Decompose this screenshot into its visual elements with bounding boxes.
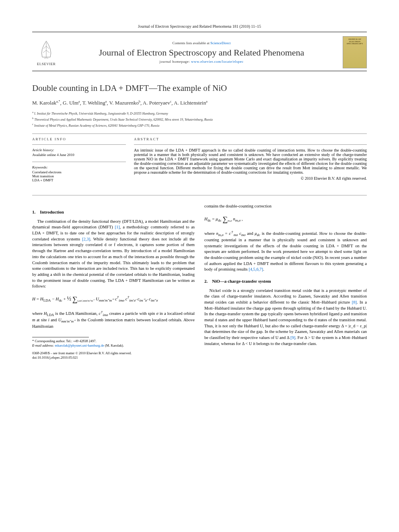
intro-paragraph-1: The combination of the density functiona… <box>32 219 195 290</box>
keywords-block: Keywords: Correlated electrons Mott tran… <box>32 165 126 182</box>
left-column: 1. Introduction The combination of the d… <box>32 203 195 360</box>
article-history-block: Article history: Available online 4 June… <box>32 148 126 157</box>
intro-paragraph-2: where HLDA is the LDA Hamiltonian, c†imσ… <box>32 309 195 330</box>
section-2-heading: 2. NiO—a charge-transfer system <box>204 278 367 284</box>
citation-link[interactable]: [4,5,6,7] <box>249 267 263 271</box>
affiliation-c: c Institute of Metal Physics, Russian Ac… <box>32 122 367 128</box>
corresponding-author-footnote: * Corresponding author. Tel.: +49 42838 … <box>32 339 195 348</box>
citation-link[interactable]: [8] <box>352 300 357 304</box>
journal-title: Journal of Electron Spectroscopy and Rel… <box>64 47 339 58</box>
body-two-column: 1. Introduction The combination of the d… <box>32 203 367 360</box>
article-info-label: article info <box>32 137 126 141</box>
keyword: Correlated electrons <box>32 170 126 174</box>
elsevier-tree-icon <box>36 39 56 61</box>
contents-prefix: Contents lists available at <box>173 41 210 45</box>
abstract-copyright: © 2010 Elsevier B.V. All rights reserved… <box>134 176 367 181</box>
affiliation-b: b Theoretical Physics and Applied Mathem… <box>32 116 367 122</box>
equation-hamiltonian: H = HLDA − Hdc + ½ ∑i,σσ′,mm′m″m‴ Umm′m″… <box>32 294 195 304</box>
doi-line: doi:10.1016/j.elspec.2010.05.021 <box>32 355 195 360</box>
publisher-name: ELSEVIER <box>37 62 56 66</box>
col2-lead: contains the double-counting correction <box>204 203 367 210</box>
email-link[interactable]: mkarolak@physnet.uni-hamburg.de <box>55 343 104 347</box>
journal-center-block: Contents lists available at ScienceDirec… <box>60 41 343 64</box>
keyword: Mott transition <box>32 174 126 178</box>
citation-link[interactable]: [2,3] <box>82 237 90 241</box>
affiliations-block: a I. Institut für Theoretische Physik, U… <box>32 110 367 128</box>
abstract-text: An intrinsic issue of the LDA + DMFT app… <box>134 148 367 175</box>
info-abstract-row: article info Article history: Available … <box>32 137 367 187</box>
corr-author-line: * Corresponding author. Tel.: +49 42838 … <box>32 339 195 343</box>
rule-above-abstract <box>32 134 367 134</box>
journal-cover-thumbnail: JOURNAL OF ELECTRON SPECTROSCOPY <box>343 36 367 68</box>
rule-top <box>32 32 367 32</box>
homepage-prefix: journal homepage: <box>160 60 191 64</box>
abstract-label: abstract <box>134 137 367 141</box>
equation-hdc: Hdc = μdc ∑m,σ nm,σ , <box>204 214 367 224</box>
front-matter-line: 0368-2048/$ – see front matter © 2010 El… <box>32 351 195 355</box>
citation-link[interactable]: [1] <box>115 225 120 229</box>
running-header: Journal of Electron Spectroscopy and Rel… <box>32 24 367 29</box>
article-title: Double counting in LDA + DMFT—The exampl… <box>32 83 367 93</box>
journal-homepage-link[interactable]: www.elsevier.com/locate/elspec <box>191 60 243 64</box>
author-list: M. Karolaka,*, G. Ulma, T. Wehlinga, V. … <box>32 100 367 106</box>
history-heading: Article history: <box>32 148 126 152</box>
abstract-column: abstract An intrinsic issue of the LDA +… <box>134 137 367 187</box>
footnote-rule <box>32 337 89 337</box>
right-column: contains the double-counting correction … <box>204 203 367 360</box>
keywords-heading: Keywords: <box>32 165 126 169</box>
keyword: LDA + DMFT <box>32 178 126 182</box>
rule-below-abstract <box>32 195 367 195</box>
nio-paragraph-1: Nickel oxide is a strongly correlated tr… <box>204 288 367 347</box>
affiliation-a: a I. Institut für Theoretische Physik, U… <box>32 110 367 116</box>
publisher-logo: ELSEVIER <box>32 39 60 66</box>
history-text: Available online 4 June 2010 <box>32 153 126 157</box>
journal-masthead: ELSEVIER Contents lists available at Sci… <box>32 34 367 71</box>
sciencedirect-link[interactable]: ScienceDirect <box>210 41 230 45</box>
article-info-column: article info Article history: Available … <box>32 137 126 187</box>
journal-homepage-line: journal homepage: www.elsevier.com/locat… <box>64 60 339 64</box>
contents-available-line: Contents lists available at ScienceDirec… <box>64 41 339 45</box>
corr-email-line: E-mail address: mkarolak@physnet.uni-ham… <box>32 343 195 348</box>
section-1-heading: 1. Introduction <box>32 209 195 215</box>
citation-link[interactable]: [9] <box>290 335 295 340</box>
doi-block: 0368-2048/$ – see front matter © 2010 El… <box>32 351 195 360</box>
col2-paragraph-2: where nm,σ = c†mσ cmσ and μdc is the dou… <box>204 229 367 273</box>
page-root: Journal of Electron Spectroscopy and Rel… <box>0 0 399 376</box>
